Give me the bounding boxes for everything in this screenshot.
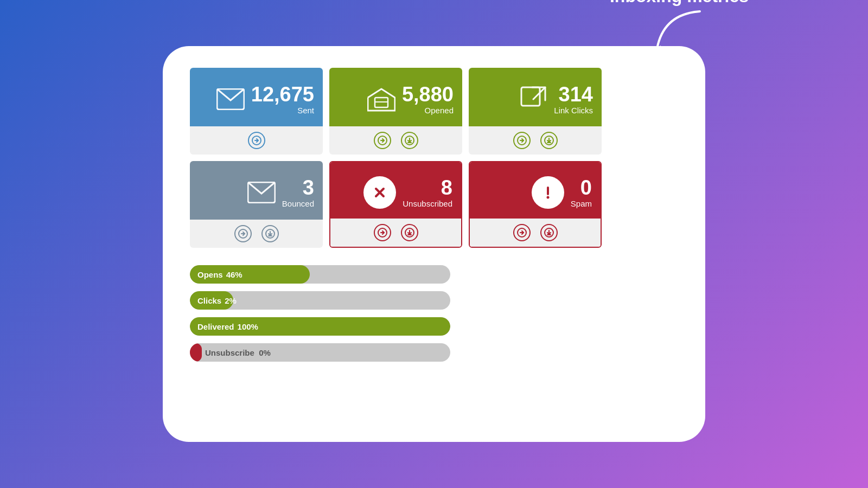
progress-track-opens: Opens 46%	[190, 265, 450, 284]
opened-arrow-button[interactable]	[374, 132, 391, 149]
envelope-icon	[216, 88, 245, 110]
bounced-value: 3	[303, 177, 314, 200]
progress-row-opens: Opens 46%	[190, 265, 450, 284]
sent-label: Sent	[297, 106, 314, 115]
main-card: Inboxing metrics 12,675 Sent	[163, 46, 705, 442]
unsubscribed-arrow-button[interactable]	[374, 224, 391, 241]
unsubscribed-actions	[330, 219, 461, 247]
annotation-label: Inboxing metrics	[610, 0, 749, 7]
link-clicks-value-wrap: 314 Link Clicks	[554, 84, 593, 115]
svg-point-23	[546, 196, 549, 199]
clicks-percent: 2%	[225, 296, 237, 305]
progress-fill-delivered: Delivered 100%	[190, 317, 450, 336]
unsubscribe-text: Unsubscribe 0%	[205, 348, 271, 357]
metric-card-spam: 0 Spam	[469, 161, 602, 248]
progress-track-delivered: Delivered 100%	[190, 317, 450, 336]
opens-percent: 46%	[226, 270, 242, 279]
metric-top-link-clicks: 314 Link Clicks	[469, 68, 602, 126]
progress-section: Opens 46% Clicks 2% Delivered 100%	[190, 265, 450, 362]
metric-top-sent: 12,675 Sent	[190, 68, 323, 126]
opened-value-wrap: 5,880 Opened	[402, 84, 454, 115]
opened-actions	[329, 126, 462, 155]
bounced-arrow-button[interactable]	[234, 225, 252, 242]
metric-top-spam: 0 Spam	[470, 162, 601, 219]
spam-arrow-button[interactable]	[513, 224, 531, 241]
link-clicks-download-button[interactable]	[540, 132, 558, 149]
progress-fill-opens: Opens 46%	[190, 265, 310, 284]
metric-card-unsubscribed: 8 Unsubscribed	[329, 161, 462, 248]
circle-x-icon	[363, 176, 396, 209]
metric-top-opened: 5,880 Opened	[329, 68, 462, 126]
sent-value: 12,675	[251, 84, 314, 106]
metric-card-bounced: 3 Bounced	[190, 161, 323, 248]
bounced-actions	[190, 220, 323, 248]
metrics-grid: 12,675 Sent	[190, 68, 602, 248]
link-icon	[519, 85, 547, 113]
envelope-open-icon	[367, 87, 395, 112]
metric-top-unsubscribed: 8 Unsubscribed	[330, 162, 461, 219]
link-clicks-actions	[469, 126, 602, 155]
progress-row-unsubscribe: Unsubscribe 0%	[190, 343, 450, 362]
sent-value-wrap: 12,675 Sent	[251, 84, 314, 115]
spam-download-button[interactable]	[540, 224, 558, 241]
spam-label: Spam	[571, 199, 592, 208]
bounced-label: Bounced	[282, 199, 314, 208]
spam-actions	[470, 219, 601, 247]
spam-value: 0	[580, 177, 592, 200]
metric-top-bounced: 3 Bounced	[190, 161, 323, 220]
delivered-percent: 100%	[238, 322, 258, 331]
opened-download-button[interactable]	[401, 132, 418, 149]
clicks-label: Clicks	[197, 296, 221, 305]
progress-row-delivered: Delivered 100%	[190, 317, 450, 336]
bounced-download-button[interactable]	[261, 225, 279, 242]
link-clicks-arrow-button[interactable]	[513, 132, 531, 149]
annotation-arrow-icon	[640, 9, 705, 57]
bounced-value-wrap: 3 Bounced	[282, 177, 314, 209]
opened-value: 5,880	[402, 84, 454, 106]
link-clicks-label: Link Clicks	[554, 106, 593, 115]
unsubscribed-value: 8	[441, 177, 452, 200]
annotation-group: Inboxing metrics	[610, 0, 749, 57]
link-clicks-value: 314	[559, 84, 593, 106]
progress-track-unsubscribe: Unsubscribe 0%	[190, 343, 450, 362]
opens-label: Opens	[197, 270, 223, 279]
metric-card-link-clicks: 314 Link Clicks	[469, 68, 602, 155]
exclamation-icon	[532, 176, 564, 209]
metric-card-opened: 5,880 Opened	[329, 68, 462, 155]
sent-actions	[190, 126, 323, 155]
progress-row-clicks: Clicks 2%	[190, 291, 450, 310]
spam-value-wrap: 0 Spam	[571, 177, 592, 209]
progress-fill-clicks: Clicks 2%	[190, 291, 233, 310]
metric-card-sent: 12,675 Sent	[190, 68, 323, 155]
delivered-label: Delivered	[197, 322, 234, 331]
unsubscribed-value-wrap: 8 Unsubscribed	[403, 177, 452, 209]
bounced-envelope-icon	[247, 182, 276, 203]
unsubscribed-download-button[interactable]	[401, 224, 418, 241]
sent-arrow-button[interactable]	[248, 132, 265, 149]
progress-track-clicks: Clicks 2%	[190, 291, 450, 310]
opened-label: Opened	[425, 106, 454, 115]
progress-fill-unsubscribe	[190, 343, 202, 362]
unsubscribed-label: Unsubscribed	[403, 199, 452, 208]
